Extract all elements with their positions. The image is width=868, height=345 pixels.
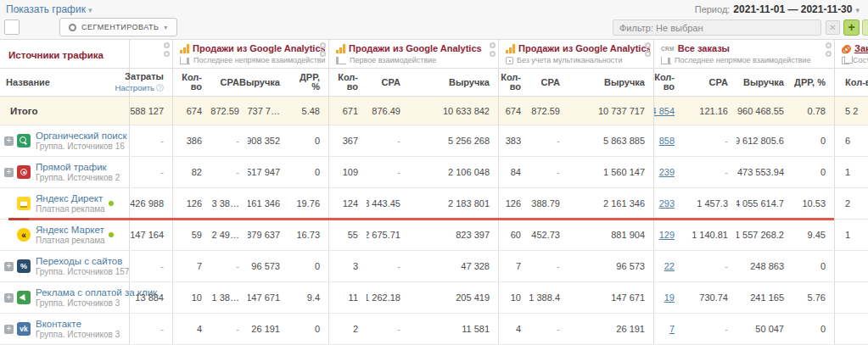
value-cell: 1 557 268.2 (736, 220, 792, 250)
orders-count-link[interactable]: 7 (669, 324, 675, 334)
filter-more-button[interactable]: ▾ (862, 19, 868, 36)
table-row: +Органический поискГруппа. Источников 16… (0, 125, 868, 157)
value-cell: 239 (653, 157, 683, 187)
source-name-cell: +Прямой трафикГруппа. Источников 2 (0, 157, 129, 187)
group-header-all-orders: CRMВсе заказы Последнее непрямое взаимод… (653, 40, 834, 68)
value-cell: - (367, 251, 409, 281)
source-name-link[interactable]: Реклама с оплатой за клик (36, 287, 129, 298)
value-cell: 147 671 (568, 282, 653, 313)
column-header[interactable]: CPA (683, 69, 736, 96)
filter-bar: СЕГМЕНТИРОВАТЬ▾ ✕ + ▾ (0, 17, 868, 39)
source-name-link[interactable]: Переходы с сайтов (36, 256, 129, 266)
source-name-link[interactable]: Вконтакте (36, 319, 120, 329)
orders-count-link[interactable]: 239 (659, 167, 675, 177)
value-cell: 124 (328, 188, 367, 219)
column-header[interactable]: Кол-во (834, 69, 868, 96)
column-header[interactable]: Кол-во (498, 69, 529, 96)
value-cell: 16.73 (288, 220, 328, 250)
settings-gear-icon[interactable] (320, 42, 326, 48)
clear-filter-button[interactable]: ✕ (826, 20, 840, 35)
source-subtitle: Группа. Источников 2 (36, 173, 120, 182)
column-header[interactable]: Выручка (409, 69, 498, 96)
value-cell: 26 191 (248, 314, 288, 344)
segment-button[interactable]: СЕГМЕНТИРОВАТЬ▾ (59, 18, 177, 36)
value-cell: - (683, 125, 736, 156)
column-header[interactable]: Кол-во (328, 69, 367, 96)
settings-gear-icon[interactable] (164, 51, 170, 57)
column-header[interactable]: Выручка (736, 69, 792, 96)
value-cell: 3 (328, 251, 367, 281)
orders-count-link[interactable]: 293 (659, 198, 675, 209)
add-filter-button[interactable]: + (843, 19, 860, 36)
expand-button[interactable]: + (4, 325, 14, 334)
settings-gear-icon[interactable] (826, 42, 832, 48)
value-cell: 0 (792, 251, 834, 281)
ppc-icon (17, 291, 31, 304)
column-header[interactable]: CPA (367, 69, 409, 96)
value-cell: 0.78 (792, 97, 834, 125)
expand-button[interactable]: + (4, 136, 14, 146)
value-cell: 11 (328, 282, 367, 313)
value-cell: - (683, 157, 736, 187)
column-header[interactable]: ДРР, % (288, 69, 328, 96)
settings-gear-icon[interactable] (320, 51, 326, 57)
source-name-cell: +Яндекс ДиректПлатная реклама (0, 188, 129, 219)
settings-gear-icon[interactable] (490, 51, 496, 57)
expand-button[interactable]: + (4, 262, 14, 271)
orders-count-link[interactable]: 858 (659, 136, 675, 146)
show-chart-toggle[interactable]: Показать график▾ (6, 3, 92, 15)
orders-count-link[interactable]: 22 (664, 261, 675, 271)
value-cell: 2 183 801 (409, 188, 498, 219)
column-header[interactable]: CPA (529, 69, 568, 96)
column-header[interactable]: Выручка (568, 69, 653, 96)
orders-count-link[interactable]: 4 854 (653, 106, 675, 116)
value-cell: 4 (172, 314, 210, 344)
value-cell: 22 (653, 251, 683, 281)
settings-gear-icon[interactable] (164, 42, 170, 48)
column-header[interactable]: Кол-во (653, 69, 683, 96)
value-cell: 84 (498, 157, 529, 187)
orders-count-link[interactable]: 129 (659, 230, 675, 240)
settings-gear-icon[interactable] (645, 42, 651, 48)
value-cell: 50 047 (736, 314, 792, 344)
value-cell: 7 (498, 251, 529, 281)
help-icon: ? (156, 84, 164, 92)
value-cell: - (367, 157, 409, 187)
value-cell: 59 (172, 220, 210, 250)
value-cell: - (529, 157, 568, 187)
column-header-costs[interactable]: Затраты Настроить? (129, 69, 172, 96)
chevron-down-icon: ▾ (855, 6, 860, 14)
settings-gear-icon[interactable] (645, 51, 651, 57)
source-subtitle: Платная реклама (36, 236, 105, 245)
configure-costs-link[interactable]: Настроить? (115, 83, 164, 92)
value-cell: 426 988 (129, 188, 172, 219)
excel-export-button[interactable] (4, 19, 20, 35)
column-header-name[interactable]: Название (0, 69, 129, 96)
value-cell: 858 (653, 125, 683, 156)
value-cell: - (210, 251, 248, 281)
value-cell: 5.76 (792, 282, 834, 313)
yandex-direct-icon (17, 197, 31, 210)
value-cell: 2 49… (210, 220, 248, 250)
column-header[interactable]: Выручка (248, 69, 288, 96)
filter-input[interactable] (613, 19, 821, 36)
value-cell: 3 443.45 (367, 188, 409, 219)
period-selector[interactable]: Период:2021-11-01 — 2021-11-30▾ (695, 3, 860, 15)
expand-button[interactable]: + (4, 293, 14, 303)
column-header[interactable]: Кол-во (172, 69, 210, 96)
value-cell: 19.76 (288, 188, 328, 219)
source-name-link[interactable]: Прямой трафик (36, 162, 120, 172)
source-name-link[interactable]: Яндекс Директ (36, 193, 105, 203)
settings-gear-icon[interactable] (490, 42, 496, 48)
source-name-link[interactable]: Органический поиск (36, 131, 127, 141)
expand-button[interactable]: + (4, 168, 14, 177)
value-cell: - (210, 157, 248, 187)
value-cell: 7 (653, 314, 683, 344)
settings-gear-icon[interactable] (826, 51, 832, 57)
column-header[interactable]: ДРР, % (792, 69, 834, 96)
orders-count-link[interactable]: 19 (664, 292, 675, 303)
source-name-link[interactable]: Яндекс Маркет (36, 225, 105, 235)
source-name-cell: +%Переходы с сайтовГруппа. Источников 15… (0, 251, 129, 281)
attribution-multichannel-icon (506, 57, 513, 64)
value-cell: 879 637 (248, 220, 288, 250)
